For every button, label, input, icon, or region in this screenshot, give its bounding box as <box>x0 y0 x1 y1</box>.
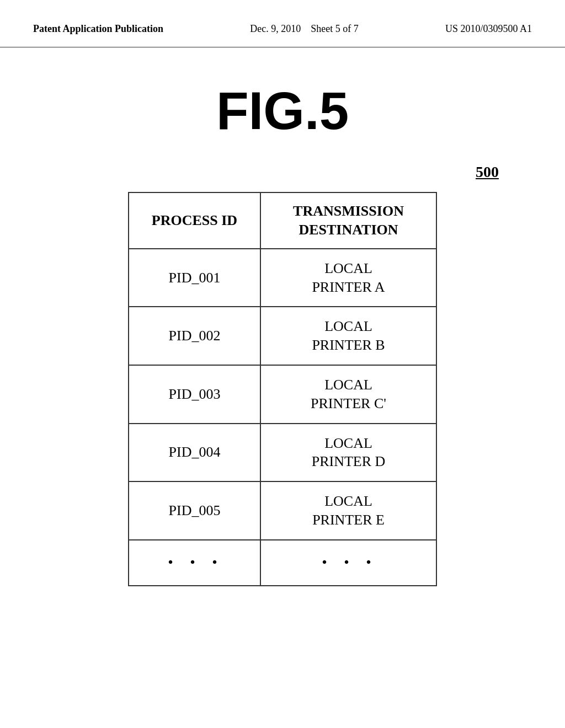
table-row: PID_004 LOCALPRINTER D <box>129 424 436 482</box>
pid-004: PID_004 <box>129 424 260 482</box>
pid-002: PID_002 <box>129 307 260 365</box>
table-row: PID_003 LOCALPRINTER C' <box>129 365 436 424</box>
process-table-container: PROCESS ID TRANSMISSIONDESTINATION PID_0… <box>0 192 565 586</box>
diagram-reference-label: 500 <box>0 163 565 181</box>
header-date: Dec. 9, 2010 <box>250 23 301 34</box>
table-row: PID_002 LOCALPRINTER B <box>129 307 436 365</box>
col-transmission-destination: TRANSMISSIONDESTINATION <box>260 192 436 249</box>
table-ellipsis-row: ・・・ ・・・ <box>129 540 436 586</box>
page-header: Patent Application Publication Dec. 9, 2… <box>0 0 565 47</box>
table-row: PID_005 LOCALPRINTER E <box>129 481 436 540</box>
dest-002: LOCALPRINTER B <box>260 307 436 365</box>
pid-005: PID_005 <box>129 481 260 540</box>
dest-003: LOCALPRINTER C' <box>260 365 436 424</box>
pid-003: PID_003 <box>129 365 260 424</box>
ellipsis-dest: ・・・ <box>260 540 436 586</box>
dest-005: LOCALPRINTER E <box>260 481 436 540</box>
table-row: PID_001 LOCALPRINTER A <box>129 249 436 307</box>
dest-004: LOCALPRINTER D <box>260 424 436 482</box>
header-date-sheet: Dec. 9, 2010 Sheet 5 of 7 <box>250 22 358 36</box>
ellipsis-pid: ・・・ <box>129 540 260 586</box>
figure-title: FIG.5 <box>0 81 565 141</box>
table-header-row: PROCESS ID TRANSMISSIONDESTINATION <box>129 192 436 249</box>
header-sheet: Sheet 5 of 7 <box>311 23 358 34</box>
pid-001: PID_001 <box>129 249 260 307</box>
header-publication-label: Patent Application Publication <box>33 22 163 36</box>
col-process-id: PROCESS ID <box>129 192 260 249</box>
dest-001: LOCALPRINTER A <box>260 249 436 307</box>
header-patent-number: US 2010/0309500 A1 <box>445 22 532 36</box>
process-table: PROCESS ID TRANSMISSIONDESTINATION PID_0… <box>128 192 437 586</box>
